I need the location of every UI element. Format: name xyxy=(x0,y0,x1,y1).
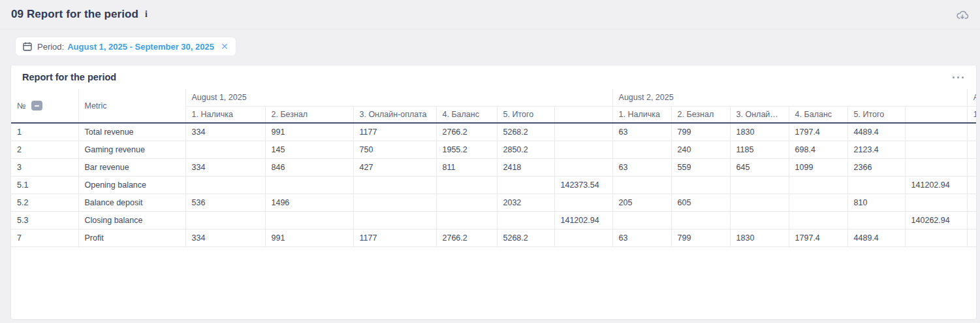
value-cell: 141202.94 xyxy=(554,211,612,229)
period-value[interactable]: August 1, 2025 - September 30, 2025 xyxy=(67,42,214,52)
value-cell: 991 xyxy=(265,229,353,246)
value-cell: 2766.2 xyxy=(436,123,497,141)
value-cell xyxy=(967,229,977,246)
value-cell: 2366 xyxy=(847,158,905,176)
value-cell xyxy=(847,211,905,229)
column-header: 3. Онлайн-оплата xyxy=(353,106,436,123)
column-header: 1. Наличка xyxy=(612,106,671,123)
card-header: Report for the period xyxy=(11,65,976,89)
column-header xyxy=(905,106,967,123)
value-cell xyxy=(967,158,977,176)
row-number-header-content: № xyxy=(17,101,72,110)
value-cell xyxy=(612,141,671,158)
card-title: Report for the period xyxy=(22,72,116,82)
value-cell: 811 xyxy=(436,158,497,176)
value-cell xyxy=(905,123,967,141)
value-cell xyxy=(967,141,977,158)
value-cell xyxy=(905,158,967,176)
date-group-header: August 3, 2025 xyxy=(967,89,977,106)
value-cell: 4489.4 xyxy=(847,123,905,141)
value-cell: 1797.4 xyxy=(789,123,847,141)
value-cell xyxy=(612,176,671,194)
card-menu-icon[interactable] xyxy=(951,74,965,81)
top-bar: 09 Report for the period i xyxy=(0,0,980,29)
metric-cell: Total revenue xyxy=(78,123,185,141)
value-cell: 2032 xyxy=(497,194,554,211)
value-cell xyxy=(730,176,789,194)
value-cell: 334 xyxy=(185,123,265,141)
row-number-cell: 3 xyxy=(11,158,78,176)
table-row: 5.1Opening balance142373.54141202.94 xyxy=(11,176,977,194)
column-header: 1. Наличка xyxy=(967,106,977,123)
value-cell xyxy=(905,229,967,246)
value-cell xyxy=(436,176,497,194)
value-cell: 810 xyxy=(847,194,905,211)
column-header: 4. Баланс xyxy=(436,106,497,123)
column-header: 5. Итого xyxy=(497,106,554,123)
value-cell: 605 xyxy=(671,194,730,211)
value-cell xyxy=(967,211,977,229)
value-cell: 799 xyxy=(671,229,730,246)
value-cell: 5268.2 xyxy=(497,229,554,246)
remove-filter-icon[interactable]: ✕ xyxy=(221,42,229,51)
metric-header: Metric xyxy=(78,89,185,123)
minus-icon xyxy=(35,105,39,107)
value-cell xyxy=(436,211,497,229)
table-row: 7Profit33499111772766.25268.263799183017… xyxy=(11,229,977,246)
value-cell: 559 xyxy=(671,158,730,176)
row-number-cell: 1 xyxy=(11,123,78,141)
value-cell xyxy=(967,194,977,211)
metric-cell: Opening balance xyxy=(78,176,185,194)
value-cell: 2850.2 xyxy=(497,141,554,158)
row-number-header: № xyxy=(11,89,78,123)
value-cell xyxy=(497,211,554,229)
table-row: 5.2Balance deposit53614962032205605810 xyxy=(11,194,977,211)
collapse-rows-button[interactable] xyxy=(31,101,42,110)
column-header: 1. Наличка xyxy=(185,106,265,123)
row-number-cell: 5.2 xyxy=(11,194,78,211)
metric-cell: Bar revenue xyxy=(78,158,185,176)
value-cell xyxy=(554,158,612,176)
value-cell xyxy=(789,194,847,211)
value-cell xyxy=(967,123,977,141)
metric-cell: Gaming revenue xyxy=(78,141,185,158)
calendar-icon xyxy=(23,42,32,51)
value-cell: 1185 xyxy=(730,141,789,158)
value-cell: 536 xyxy=(185,194,265,211)
value-cell xyxy=(789,211,847,229)
metric-cell: Profit xyxy=(78,229,185,246)
value-cell: 1177 xyxy=(353,229,436,246)
header-group-row: №MetricAugust 1, 2025August 2, 2025Augus… xyxy=(11,89,977,106)
value-cell xyxy=(554,229,612,246)
date-group-header: August 2, 2025 xyxy=(612,89,967,106)
value-cell xyxy=(554,123,612,141)
value-cell: 645 xyxy=(730,158,789,176)
value-cell xyxy=(967,176,977,194)
value-cell: 63 xyxy=(612,229,671,246)
value-cell: 2123.4 xyxy=(847,141,905,158)
period-label: Period: xyxy=(37,42,64,52)
value-cell: 698.4 xyxy=(789,141,847,158)
row-number-cell: 5.1 xyxy=(11,176,78,194)
value-cell xyxy=(730,194,789,211)
column-header: 5. Итого xyxy=(847,106,905,123)
value-cell xyxy=(554,194,612,211)
date-group-header: August 1, 2025 xyxy=(185,89,612,106)
info-icon[interactable]: i xyxy=(145,9,148,20)
value-cell: 145 xyxy=(265,141,353,158)
value-cell: 1797.4 xyxy=(789,229,847,246)
value-cell: 334 xyxy=(185,158,265,176)
value-cell: 205 xyxy=(612,194,671,211)
value-cell xyxy=(185,141,265,158)
column-header: 2. Безнал xyxy=(671,106,730,123)
value-cell: 1496 xyxy=(265,194,353,211)
column-header xyxy=(554,106,612,123)
cloud-download-icon[interactable] xyxy=(956,8,969,22)
value-cell: 1830 xyxy=(730,123,789,141)
value-cell xyxy=(730,211,789,229)
value-cell: 140262.94 xyxy=(905,211,967,229)
table-row: 5.3Closing balance141202.94140262.94 xyxy=(11,211,977,229)
value-cell: 240 xyxy=(671,141,730,158)
period-filter-chip[interactable]: Period: August 1, 2025 - September 30, 2… xyxy=(16,37,236,56)
value-cell xyxy=(185,211,265,229)
